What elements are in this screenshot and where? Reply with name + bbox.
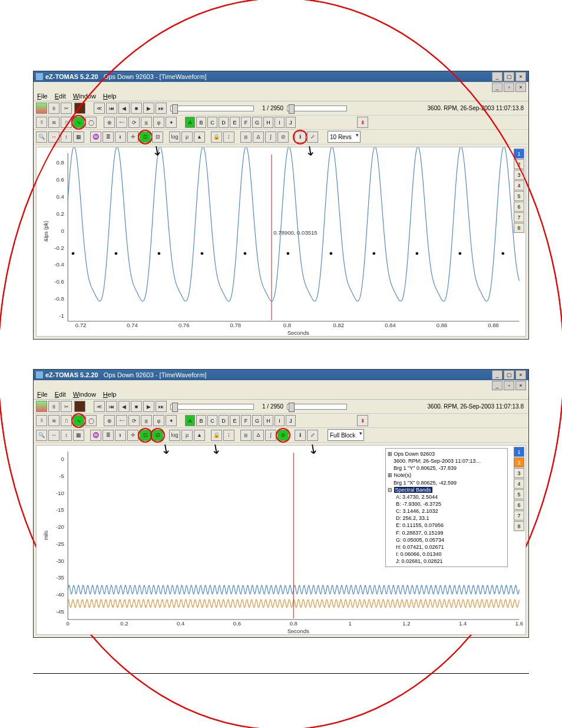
svg-text:0.2: 0.2 — [120, 621, 128, 627]
svg-text:0: 0 — [67, 621, 70, 627]
waterfall-button[interactable]: ≋ — [48, 117, 59, 128]
svg-text:0.8: 0.8 — [290, 621, 297, 627]
harmonic-button[interactable]: ⫶ — [223, 430, 234, 441]
export-button[interactable]: ⬍ — [357, 415, 368, 426]
svg-text:1.6: 1.6 — [515, 621, 523, 627]
window-button[interactable]: ⊟ — [152, 430, 163, 441]
yaxis-label: mils — [43, 531, 49, 540]
svg-text:-25: -25 — [56, 541, 64, 547]
app-icon — [36, 73, 43, 80]
scalex-button[interactable]: ↔ — [48, 430, 59, 441]
svg-text:-40: -40 — [56, 592, 64, 598]
integrate-button[interactable]: ∫ — [265, 430, 276, 441]
channel-3-button[interactable]: 3 — [514, 468, 524, 478]
zoom-button[interactable]: 🔍 — [36, 131, 47, 143]
linlog-button[interactable]: log — [169, 430, 180, 441]
mdi-minimize-button[interactable]: _ — [492, 83, 503, 92]
diff-button[interactable]: Δ — [253, 430, 264, 441]
cursor-button[interactable]: ✛ — [127, 430, 138, 441]
channel-buttons: 1 2 3 4 5 6 7 8 — [514, 447, 524, 531]
svg-text:-15: -15 — [56, 508, 64, 513]
lock-button[interactable]: 🔒 — [211, 430, 222, 441]
channel-1-button[interactable]: 1 — [514, 447, 524, 457]
grid-button[interactable]: ▦ — [73, 430, 84, 441]
overlay-button[interactable]: ♒ — [90, 430, 101, 441]
svg-text:-30: -30 — [56, 558, 64, 564]
svg-text:-20: -20 — [56, 524, 64, 530]
svg-text:-5: -5 — [59, 473, 64, 479]
channel-7-button[interactable]: 7 — [514, 510, 524, 521]
tach-marks-button[interactable]: ⊡ — [140, 430, 151, 441]
channel-1-button[interactable]: 1 — [514, 149, 524, 159]
svg-text:1.2: 1.2 — [402, 621, 410, 627]
sideband-button[interactable]: ⫼ — [240, 430, 252, 441]
channel-4-button[interactable]: 4 — [514, 479, 524, 489]
start-button[interactable] — [36, 103, 47, 114]
svg-text:-35: -35 — [56, 575, 64, 581]
svg-text:1: 1 — [348, 621, 351, 627]
svg-text:-10: -10 — [56, 490, 64, 496]
block-select[interactable]: Full Block — [328, 429, 364, 441]
spectrum-button[interactable]: ⫴ — [36, 117, 47, 128]
stack-button[interactable]: ≣ — [103, 430, 114, 441]
xaxis-label: Seconds — [287, 628, 310, 634]
scaley-button[interactable]: ↕ — [61, 430, 72, 441]
svg-text:0.4: 0.4 — [177, 621, 184, 627]
mdi-close-button[interactable]: × — [515, 83, 526, 92]
channel-8-button[interactable]: 8 — [514, 521, 524, 531]
cut-button[interactable]: ✂ — [61, 103, 72, 114]
filter-button[interactable]: ⊘ — [277, 430, 289, 441]
channel-5-button[interactable]: 5 — [514, 489, 524, 499]
units-button[interactable]: μ — [181, 430, 193, 441]
toolbar-plottype: ⫴ ≋ ⎍ ∿ ◯ ⊕ ⬳ ⟳ ⫼ φ ✦ A B C D E F G H I … — [34, 414, 528, 428]
svg-text:0.6: 0.6 — [233, 621, 241, 627]
peak-button[interactable]: ▲ — [194, 430, 205, 441]
mdi-restore-button[interactable]: ▫ — [504, 83, 514, 92]
channel-2-button[interactable]: 2 — [514, 457, 524, 467]
app-title: eZ-TOMAS 5.2.20 — [45, 73, 98, 80]
svg-text:1.4: 1.4 — [459, 621, 467, 627]
showinfo-button[interactable]: ℹ — [295, 430, 306, 441]
pause-button[interactable]: II — [48, 103, 59, 114]
info-legend: ⊞ Ops Down 92603 3600. RPM; 26-Sep-2003 … — [385, 448, 508, 567]
minimize-button[interactable]: _ — [492, 72, 503, 81]
app-window-2: eZ-TOMAS 5.2.20 Ops Down 92603 - [TimeWa… — [33, 369, 529, 638]
close-button[interactable]: × — [515, 72, 526, 81]
svg-text:-45: -45 — [56, 609, 64, 615]
maximize-button[interactable]: ▢ — [504, 72, 514, 81]
channel-6-button[interactable]: 6 — [514, 500, 524, 510]
menu-file[interactable]: File — [37, 93, 48, 100]
band-a-button[interactable]: A — [185, 415, 195, 426]
plot-area-2[interactable]: ↘ ↘ ↘ mils Seconds 0-5-10-15-20-25-30-35… — [36, 445, 526, 635]
zoom-button[interactable]: 🔍 — [36, 430, 47, 441]
cascade-tool-button[interactable]: ⫾ — [115, 430, 126, 441]
menu-edit[interactable]: Edit — [55, 93, 66, 100]
svg-text:0: 0 — [61, 457, 64, 463]
